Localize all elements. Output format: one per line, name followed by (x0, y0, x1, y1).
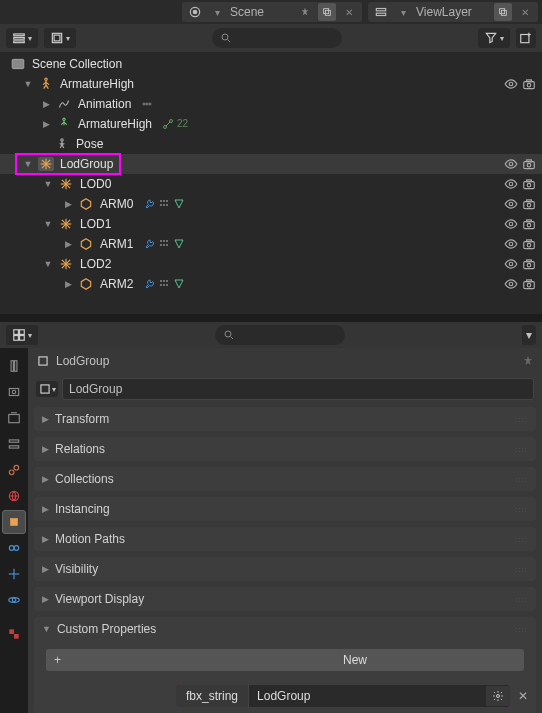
tab-viewlayer[interactable] (2, 432, 26, 456)
tab-texture[interactable] (2, 622, 26, 646)
tab-tool[interactable] (2, 354, 26, 378)
tab-data[interactable] (2, 562, 26, 586)
search-input[interactable] (239, 328, 337, 342)
chevron-down-icon[interactable]: ▾ (394, 3, 412, 21)
tree-row[interactable]: ▶ ARM2 (0, 274, 542, 294)
visibility-icon[interactable] (504, 77, 518, 91)
render-icon[interactable] (522, 277, 536, 291)
new-property-button[interactable]: + New (46, 649, 524, 671)
tree-row[interactable]: ▼ LOD1 (0, 214, 542, 234)
panel-instancing: ▶Instancing:::: (34, 497, 536, 521)
panel-header[interactable]: ▶Instancing:::: (34, 497, 536, 521)
render-icon[interactable] (522, 197, 536, 211)
panel-header[interactable]: ▶Relations:::: (34, 437, 536, 461)
panel-header[interactable]: ▶Viewport Display:::: (34, 587, 536, 611)
tab-render[interactable] (2, 380, 26, 404)
render-icon[interactable] (522, 157, 536, 171)
drag-icon[interactable]: :::: (515, 565, 528, 574)
drag-icon[interactable]: :::: (515, 445, 528, 454)
close-icon[interactable]: ✕ (516, 3, 534, 21)
search-input[interactable] (236, 31, 334, 45)
collapse-arrow[interactable]: ▶ (62, 199, 74, 209)
render-icon[interactable] (522, 257, 536, 271)
tree-row[interactable]: ▼ LOD2 (0, 254, 542, 274)
viewlayer-name[interactable]: ViewLayer (416, 5, 490, 19)
tab-constraints[interactable] (2, 536, 26, 560)
display-mode-button[interactable]: ▾ (44, 28, 76, 48)
tree-row[interactable]: ▼ ArmatureHigh (0, 74, 542, 94)
collapse-arrow[interactable]: ▼ (22, 79, 34, 89)
visibility-icon[interactable] (504, 177, 518, 191)
copy-icon[interactable] (318, 3, 336, 21)
scene-selector[interactable]: ▾ Scene ✕ (182, 2, 362, 22)
panel-title: Custom Properties (57, 622, 509, 636)
tab-scene[interactable] (2, 458, 26, 482)
render-icon[interactable] (522, 177, 536, 191)
visibility-icon[interactable] (504, 157, 518, 171)
pin-icon[interactable] (522, 355, 534, 367)
new-collection-button[interactable] (516, 28, 536, 48)
copy-icon[interactable] (494, 3, 512, 21)
remove-property-button[interactable]: ✕ (516, 689, 530, 703)
collapse-arrow[interactable]: ▼ (42, 219, 54, 229)
outliner-search[interactable] (212, 28, 342, 48)
scene-name[interactable]: Scene (230, 5, 292, 19)
tree-row[interactable]: ▶ ARM1 (0, 234, 542, 254)
object-name-input[interactable] (62, 378, 534, 400)
visibility-icon[interactable] (504, 237, 518, 251)
close-icon[interactable]: ✕ (340, 3, 358, 21)
render-icon[interactable] (522, 77, 536, 91)
drag-icon[interactable]: :::: (515, 475, 528, 484)
render-icon[interactable] (522, 217, 536, 231)
collapse-arrow[interactable]: ▼ (42, 259, 54, 269)
viewlayer-selector[interactable]: ▾ ViewLayer ✕ (368, 2, 538, 22)
drag-icon[interactable]: :::: (515, 415, 528, 424)
gear-icon[interactable] (486, 686, 510, 706)
panel-header[interactable]: ▶Collections:::: (34, 467, 536, 491)
drag-icon[interactable]: :::: (515, 595, 528, 604)
pin-icon[interactable] (296, 3, 314, 21)
editor-type-button[interactable]: ▾ (6, 325, 38, 345)
tree-row[interactable]: ▶ ARM0 (0, 194, 542, 214)
visibility-icon[interactable] (504, 277, 518, 291)
datablock-dropdown[interactable]: ▾ (36, 381, 58, 397)
panel-header[interactable]: ▶Visibility:::: (34, 557, 536, 581)
drag-icon[interactable]: :::: (515, 625, 528, 634)
svg-rect-101 (527, 280, 532, 282)
collapse-arrow[interactable]: ▼ (22, 159, 34, 169)
render-icon[interactable] (522, 237, 536, 251)
tab-physics[interactable] (2, 588, 26, 612)
collapse-arrow[interactable]: ▶ (40, 99, 52, 109)
drag-icon[interactable]: :::: (515, 535, 528, 544)
filter-button[interactable]: ▾ (478, 28, 510, 48)
panel-header[interactable]: ▶Transform:::: (34, 407, 536, 431)
custom-property-field[interactable]: fbx_string LodGroup (176, 685, 510, 707)
svg-point-129 (497, 695, 500, 698)
collection-row[interactable]: Scene Collection (0, 54, 542, 74)
tab-output[interactable] (2, 406, 26, 430)
tree-row[interactable]: ▼ LOD0 (0, 174, 542, 194)
svg-rect-112 (9, 415, 20, 423)
collapse-arrow[interactable]: ▶ (40, 119, 52, 129)
collapse-arrow[interactable]: ▶ (62, 279, 74, 289)
tree-row[interactable]: Pose (0, 134, 542, 154)
tree-row[interactable]: ▶ ArmatureHigh 22 (0, 114, 542, 134)
panel-header[interactable]: ▼Custom Properties:::: (34, 617, 536, 641)
editor-type-button[interactable]: ▾ (6, 28, 38, 48)
collapse-arrow[interactable]: ▼ (42, 179, 54, 189)
property-value[interactable]: LodGroup (249, 685, 486, 707)
options-button[interactable]: ▾ (522, 325, 536, 345)
visibility-icon[interactable] (504, 217, 518, 231)
tree-row[interactable]: ▶ Animation (0, 94, 542, 114)
visibility-icon[interactable] (504, 197, 518, 211)
tab-object[interactable] (2, 510, 26, 534)
tab-world[interactable] (2, 484, 26, 508)
drag-icon[interactable]: :::: (515, 505, 528, 514)
visibility-icon[interactable] (504, 257, 518, 271)
svg-point-1 (193, 10, 197, 14)
tree-row-lodgroup[interactable]: ▼ LodGroup (0, 154, 542, 174)
chevron-down-icon[interactable]: ▾ (208, 3, 226, 21)
collapse-arrow[interactable]: ▶ (62, 239, 74, 249)
panel-header[interactable]: ▶Motion Paths:::: (34, 527, 536, 551)
properties-search[interactable] (215, 325, 345, 345)
